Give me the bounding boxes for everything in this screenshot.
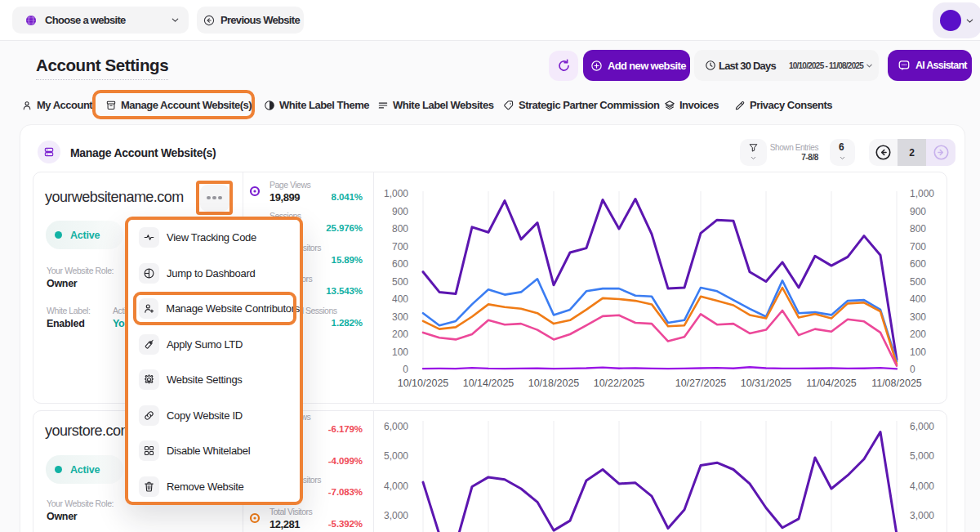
svg-text:11/08/2025: 11/08/2025 <box>871 378 922 389</box>
svg-text:100: 100 <box>392 346 408 358</box>
svg-text:5,000: 5,000 <box>384 450 408 462</box>
svg-text:700: 700 <box>392 241 408 253</box>
svg-text:1,000: 1,000 <box>910 188 934 199</box>
svg-text:11/04/2025: 11/04/2025 <box>806 378 857 389</box>
svg-text:6,000: 6,000 <box>384 421 408 432</box>
svg-text:800: 800 <box>910 223 926 235</box>
svg-text:4,000: 4,000 <box>910 481 934 492</box>
svg-text:600: 600 <box>910 258 926 270</box>
svg-text:10/10/2025: 10/10/2025 <box>398 378 449 389</box>
svg-text:200: 200 <box>392 329 408 340</box>
svg-text:800: 800 <box>392 223 408 235</box>
svg-text:10/31/2025: 10/31/2025 <box>741 378 792 389</box>
svg-text:700: 700 <box>910 241 926 253</box>
svg-text:10/14/2025: 10/14/2025 <box>463 378 514 389</box>
svg-text:600: 600 <box>392 258 408 270</box>
svg-text:4,000: 4,000 <box>384 481 408 492</box>
svg-text:300: 300 <box>910 311 926 323</box>
svg-text:500: 500 <box>392 276 408 288</box>
svg-text:10/22/2025: 10/22/2025 <box>594 378 645 389</box>
svg-text:400: 400 <box>392 293 408 305</box>
svg-text:10/27/2025: 10/27/2025 <box>675 378 727 389</box>
svg-text:3,000: 3,000 <box>910 510 934 521</box>
svg-text:400: 400 <box>910 293 926 305</box>
svg-text:3,000: 3,000 <box>384 510 408 521</box>
svg-text:200: 200 <box>910 329 926 340</box>
svg-text:0: 0 <box>910 364 915 375</box>
svg-text:1,000: 1,000 <box>384 188 408 199</box>
svg-text:100: 100 <box>910 346 926 358</box>
svg-text:500: 500 <box>910 276 926 288</box>
svg-text:6,000: 6,000 <box>910 421 934 432</box>
svg-text:5,000: 5,000 <box>910 450 934 462</box>
svg-text:10/18/2025: 10/18/2025 <box>528 378 580 389</box>
svg-text:300: 300 <box>392 311 408 323</box>
svg-text:900: 900 <box>392 206 408 217</box>
svg-text:900: 900 <box>910 206 926 217</box>
svg-text:0: 0 <box>403 364 408 375</box>
